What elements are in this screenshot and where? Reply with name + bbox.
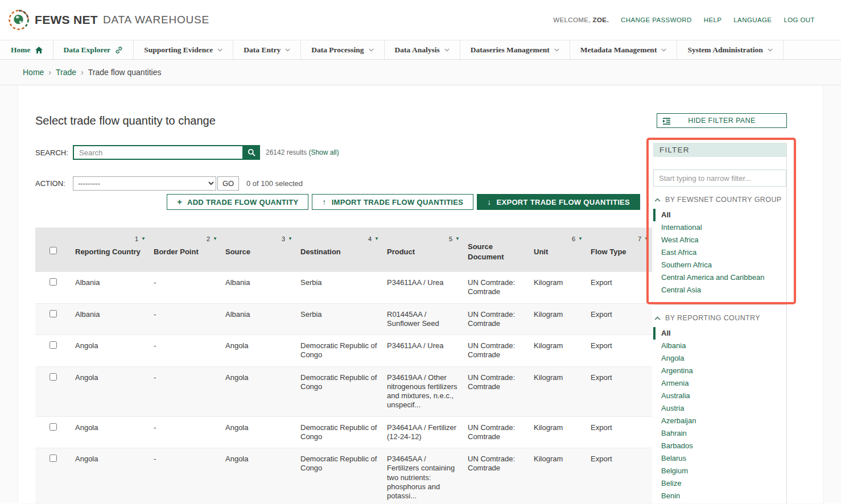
nav-item-system-administration[interactable]: System Administration <box>677 40 783 59</box>
toolbar: + ADD TRADE FLOW QUANTITY ↑ IMPORT TRADE… <box>35 194 652 210</box>
table-row: Angola-AngolaDemocratic Republic of Cong… <box>35 448 652 504</box>
filter-search-input[interactable] <box>653 170 786 187</box>
column-header-destination[interactable]: Destination4▼ <box>296 228 382 272</box>
search-input[interactable] <box>73 145 242 160</box>
column-label: Border Point <box>154 247 199 256</box>
column-label: Unit <box>534 247 548 256</box>
column-header-source-document[interactable]: Source Document <box>463 228 529 272</box>
filter-option-international[interactable]: International <box>653 221 786 234</box>
cell-unit: Kilogram <box>529 448 586 504</box>
filter-option-bahrain[interactable]: Bahrain <box>653 427 786 440</box>
column-header-product[interactable]: Product5▼ <box>382 228 463 272</box>
filter-option-belize[interactable]: Belize <box>653 477 786 490</box>
filter-option-benin[interactable]: Benin <box>653 490 786 502</box>
sort-caret-icon: ▼ <box>455 237 460 241</box>
nav-item-dataseries-management[interactable]: Dataseries Management <box>460 40 570 59</box>
column-header-border-point[interactable]: Border Point2▼ <box>149 228 221 272</box>
breadcrumb-item-home[interactable]: Home <box>23 68 44 77</box>
filter-option-belgium[interactable]: Belgium <box>653 465 786 477</box>
filter-option-angola[interactable]: Angola <box>653 352 786 365</box>
column-header-unit[interactable]: Unit6▼ <box>529 228 586 272</box>
nav-item-data-analysis[interactable]: Data Analysis <box>385 40 460 59</box>
nav-item-home[interactable]: Home <box>0 40 53 59</box>
sort-indicator[interactable]: 2▼ <box>207 235 217 243</box>
column-header-source[interactable]: Source3▼ <box>221 228 296 272</box>
user-link-log-out[interactable]: LOG OUT <box>784 16 815 23</box>
nav-item-data-explorer[interactable]: Data Explorer <box>53 40 134 59</box>
user-link-help[interactable]: HELP <box>704 16 722 23</box>
row-checkbox[interactable] <box>50 278 57 286</box>
filter-option-australia[interactable]: Australia <box>653 390 786 402</box>
add-trade-flow-quantity-button[interactable]: + ADD TRADE FLOW QUANTITY <box>167 194 308 210</box>
cell-source-document: UN Comtrade: Comtrade <box>463 272 529 303</box>
filter-option-belarus[interactable]: Belarus <box>653 452 786 465</box>
filter-group-header[interactable]: BY FEWSNET COUNTRY GROUP <box>653 187 786 209</box>
filter-option-east-africa[interactable]: East Africa <box>653 246 786 259</box>
filter-option-azerbaijan[interactable]: Azerbaijan <box>653 415 786 427</box>
go-button[interactable]: GO <box>217 176 239 191</box>
filter-group-header[interactable]: BY REPORTING COUNTRY <box>653 305 786 327</box>
filter-option-argentina[interactable]: Argentina <box>653 365 786 377</box>
nav-item-data-entry[interactable]: Data Entry <box>233 40 301 59</box>
filter-option-albania[interactable]: Albania <box>653 340 786 352</box>
search-button[interactable] <box>242 145 260 160</box>
nav-item-label: System Administration <box>687 46 762 55</box>
action-select[interactable]: --------- <box>73 176 216 191</box>
filter-option-central-america-and-caribbean[interactable]: Central America and Caribbean <box>653 271 786 284</box>
sort-indicator[interactable]: 3▼ <box>282 235 292 243</box>
sort-indicator[interactable]: 4▼ <box>368 235 379 243</box>
chevron-down-icon <box>285 48 290 52</box>
sort-indicator[interactable]: 1▼ <box>135 235 146 243</box>
row-checkbox[interactable] <box>50 455 57 462</box>
row-checkbox[interactable] <box>50 341 57 349</box>
sort-indicator[interactable]: 5▼ <box>449 235 460 243</box>
fewsnet-globe-icon <box>8 9 30 31</box>
nav-item-data-processing[interactable]: Data Processing <box>301 40 384 59</box>
sort-indicator[interactable]: 6▼ <box>572 235 583 243</box>
filter-option-armenia[interactable]: Armenia <box>653 377 786 390</box>
nav-item-metadata-management[interactable]: Metadata Management <box>570 40 678 59</box>
export-trade-flow-quantities-button[interactable]: ↓ EXPORT TRADE FLOW QUANTITIES <box>477 194 640 210</box>
chevron-down-icon <box>369 48 374 52</box>
column-header-flow-type[interactable]: Flow Type7▼ <box>586 228 652 272</box>
cell-flow-type: Export <box>586 335 652 367</box>
select-all-checkbox[interactable] <box>50 247 57 254</box>
filter-option-austria[interactable]: Austria <box>653 402 786 415</box>
nav-item-label: Data Analysis <box>395 46 440 55</box>
table-row: Angola-AngolaDemocratic Republic of Cong… <box>35 335 652 367</box>
chevron-down-icon <box>554 48 559 52</box>
filter-option-central-asia[interactable]: Central Asia <box>653 284 786 296</box>
column-label: Destination <box>300 247 341 256</box>
filter-option-all[interactable]: All <box>653 327 786 340</box>
filter-option-barbados[interactable]: Barbados <box>653 440 786 452</box>
column-header-reporting-country[interactable]: Reporting Country1▼ <box>71 228 149 272</box>
filter-option-west-africa[interactable]: West Africa <box>653 234 786 246</box>
brand[interactable]: FEWS NET DATA WAREHOUSE <box>8 9 209 31</box>
brand-name: FEWS NET <box>35 13 98 27</box>
filter-option-southern-africa[interactable]: Southern Africa <box>653 259 786 271</box>
chevron-up-icon <box>654 314 661 322</box>
select-all-header-cell <box>35 228 71 272</box>
cell-reporting-country: Angola <box>71 448 149 504</box>
nav-item-supporting-evidence[interactable]: Supporting Evidence <box>134 40 233 59</box>
row-checkbox[interactable] <box>50 423 57 431</box>
row-checkbox[interactable] <box>50 373 57 381</box>
filter-group-by-fewsnet-country-group: BY FEWSNET COUNTRY GROUPAllInternational… <box>653 187 786 296</box>
add-button-label: ADD TRADE FLOW QUANTITY <box>187 198 298 206</box>
user-link-language[interactable]: LANGUAGE <box>733 16 772 23</box>
cell-flow-type: Export <box>586 448 652 504</box>
breadcrumb-item-trade[interactable]: Trade <box>56 68 76 77</box>
cell-source: Angola <box>221 448 296 504</box>
cell-destination: Democratic Republic of Congo <box>296 448 382 504</box>
results-count: 26142 results (Show all) <box>266 148 339 156</box>
cell-border-point: - <box>149 272 221 303</box>
show-all-link[interactable]: (Show all) <box>308 148 339 156</box>
sort-caret-icon: ▼ <box>578 237 583 241</box>
sort-indicator[interactable]: 7▼ <box>638 235 649 243</box>
row-checkbox[interactable] <box>50 310 57 317</box>
hide-filter-pane-button[interactable]: HIDE FILTER PANE <box>657 113 787 128</box>
column-label: Source <box>225 247 250 256</box>
filter-option-all[interactable]: All <box>653 209 786 221</box>
user-link-change-password[interactable]: CHANGE PASSWORD <box>621 16 692 23</box>
import-trade-flow-quantities-button[interactable]: ↑ IMPORT TRADE FLOW QUANTITIES <box>312 194 473 210</box>
